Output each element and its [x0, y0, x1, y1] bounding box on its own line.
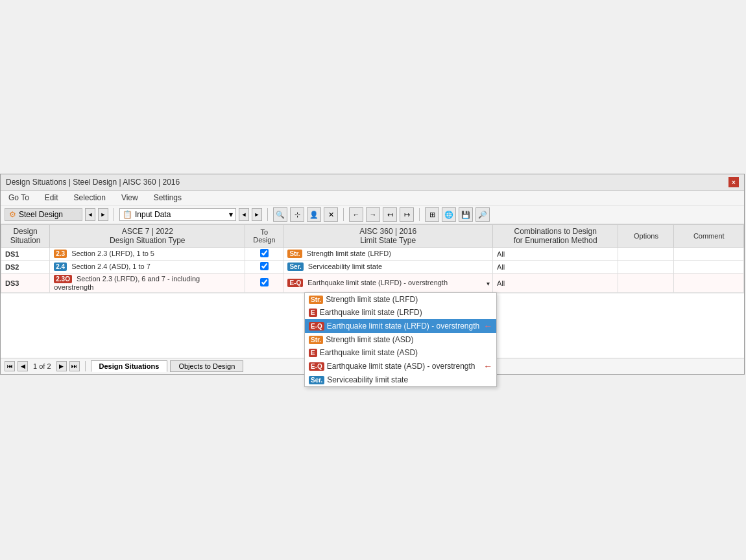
web-icon-btn[interactable]: 🌐	[442, 207, 456, 222]
ds2-label: DS2	[1, 261, 50, 274]
dd-text-1: Strength limit state (LRFD)	[326, 295, 418, 304]
dropdown-item[interactable]: E-Q Earthquake limit state (ASD) - overs…	[305, 359, 496, 373]
ds1-comment	[674, 248, 744, 261]
menu-bar: Go To Edit Selection View Settings	[1, 191, 744, 205]
col-options: Options	[618, 225, 674, 248]
grid-icon-btn[interactable]: ⊞	[425, 207, 439, 222]
first-page-btn[interactable]: ⏮	[5, 361, 15, 371]
mag-icon-btn[interactable]: 🔎	[475, 207, 490, 222]
col-combinations: Combinations to Design for Enumeration M…	[492, 225, 618, 248]
separator-3	[343, 208, 344, 221]
ds2-ls-badge: Ser.	[287, 262, 303, 271]
upper-area	[0, 0, 746, 174]
ds3-checkbox-cell[interactable]	[245, 274, 283, 293]
col-design-situation: Design Situation	[1, 225, 50, 248]
toolbar: ⚙ Steel Design ◄ ► 📋 Input Data ▾ ◄ ► 🔍 …	[1, 205, 744, 224]
ds2-badge: 2.4	[54, 262, 67, 271]
xmark-icon-btn[interactable]: ✕	[324, 207, 338, 222]
col-aisc-header: AISC 360 | 2016 Limit State Type	[283, 225, 493, 248]
ds1-checkbox-cell[interactable]	[245, 248, 283, 261]
ds1-ls-badge: Str.	[287, 250, 302, 258]
ds1-badge: 2.3	[54, 250, 67, 258]
module-nav-next[interactable]: ►	[98, 208, 108, 221]
ds2-limit-state: Ser. Serviceability limit state	[283, 261, 493, 274]
design-situations-table: Design Situation ASCE 7 | 2022 Design Si…	[1, 224, 744, 293]
module-nav-prev[interactable]: ◄	[85, 208, 95, 221]
module-selector[interactable]: ⚙ Steel Design	[5, 208, 82, 221]
ds1-type: 2.3 Section 2.3 (LRFD), 1 to 5	[50, 248, 245, 261]
menu-goto[interactable]: Go To	[6, 192, 32, 204]
menu-view[interactable]: View	[119, 192, 141, 204]
table-container: Design Situation ASCE 7 | 2022 Design Si…	[1, 224, 744, 358]
close-button[interactable]: ×	[728, 177, 739, 187]
ds1-checkbox[interactable]	[260, 249, 269, 257]
view-icon: 📋	[123, 210, 132, 219]
view-label: Input Data	[135, 210, 171, 219]
dropdown-item[interactable]: Ser. Serviceability limit state	[305, 373, 496, 386]
cursor-icon-btn[interactable]: ⊹	[290, 207, 304, 222]
dd-text-7: Serviceability limit state	[327, 375, 408, 384]
table-row: DS1 2.3 Section 2.3 (LRFD), 1 to 5 Str. …	[1, 248, 744, 261]
ds1-limit-state: Str. Strength limit state (LRFD)	[283, 248, 493, 261]
dd-badge-1: Str.	[309, 296, 323, 304]
arrow-left-icon-btn[interactable]: ←	[349, 207, 363, 222]
ds2-checkbox-cell[interactable]	[245, 261, 283, 274]
separator-2	[267, 208, 268, 221]
ds2-type: 2.4 Section 2.4 (ASD), 1 to 7	[50, 261, 245, 274]
ds2-checkbox[interactable]	[260, 262, 269, 270]
ds3-comment	[674, 274, 744, 293]
dd-text-2: Earthquake limit state (LRFD)	[320, 308, 422, 317]
person-icon-btn[interactable]: 👤	[307, 207, 321, 222]
ds3-ls-badge: E-Q	[287, 279, 303, 287]
col-to-design: ToDesign	[245, 225, 283, 248]
dd-text-3: Earthquake limit state (LRFD) - overstre…	[327, 321, 479, 331]
ds3-dropdown-arrow[interactable]: ▾	[487, 279, 490, 286]
col-comment: Comment	[674, 225, 744, 248]
search-icon-btn[interactable]: 🔍	[273, 207, 287, 222]
menu-settings[interactable]: Settings	[151, 192, 184, 204]
table-row: DS3 2.3O Section 2.3 (LRFD), 6 and 7 - i…	[1, 274, 744, 293]
dropdown-item[interactable]: E Earthquake limit state (LRFD)	[305, 306, 496, 319]
arrow-indicator-1: ←	[483, 321, 492, 331]
col-asce-header: ASCE 7 | 2022 Design Situation Type	[50, 225, 245, 248]
tab-separator	[85, 361, 86, 371]
tab-design-situations[interactable]: Design Situations	[91, 360, 168, 372]
dd-text-4: Strength limit state (ASD)	[326, 335, 413, 344]
menu-selection[interactable]: Selection	[71, 192, 108, 204]
dropdown-item[interactable]: E-Q Earthquake limit state (LRFD) - over…	[305, 319, 496, 333]
ds2-comment	[674, 261, 744, 274]
prev-page-btn[interactable]: ◀	[18, 361, 28, 371]
next-page-btn[interactable]: ▶	[56, 361, 67, 371]
last-page-btn[interactable]: ⏭	[69, 361, 80, 371]
dropdown-item[interactable]: Str. Strength limit state (ASD)	[305, 333, 496, 346]
save-icon-btn[interactable]: 💾	[459, 207, 473, 222]
dropdown-item[interactable]: E Earthquake limit state (ASD)	[305, 346, 496, 359]
module-icon: ⚙	[9, 210, 16, 219]
ds3-limit-state[interactable]: E-Q Earthquake limit state (LRFD) - over…	[283, 274, 493, 293]
view-nav-next[interactable]: ►	[252, 208, 262, 221]
dd-badge-5: E	[309, 349, 317, 357]
main-window: Design Situations | Steel Design | AISC …	[0, 174, 745, 375]
dd-text-6: Earthquake limit state (ASD) - overstren…	[327, 362, 475, 371]
view-dropdown[interactable]: 📋 Input Data ▾	[119, 208, 236, 221]
arrow-indicator-2: ←	[483, 361, 492, 371]
ds3-combinations: All	[492, 274, 618, 293]
arrow-right-icon-btn[interactable]: →	[366, 207, 380, 222]
ds1-label: DS1	[1, 248, 50, 261]
menu-edit[interactable]: Edit	[42, 192, 61, 204]
dd-badge-7: Ser.	[309, 376, 324, 384]
arrow-right2-icon-btn[interactable]: ↦	[400, 207, 414, 222]
ds3-type: 2.3O Section 2.3 (LRFD), 6 and 7 - inclu…	[50, 274, 245, 293]
title-bar: Design Situations | Steel Design | AISC …	[1, 174, 744, 191]
dropdown-item[interactable]: Str. Strength limit state (LRFD)	[305, 293, 496, 306]
dd-badge-4: Str.	[309, 336, 323, 344]
view-nav-prev[interactable]: ◄	[239, 208, 249, 221]
dd-badge-3: E-Q	[309, 322, 324, 331]
arrow-left2-icon-btn[interactable]: ↤	[383, 207, 397, 222]
ds3-checkbox[interactable]	[260, 278, 269, 286]
ds2-options	[618, 261, 674, 274]
limit-state-dropdown[interactable]: Str. Strength limit state (LRFD) E Earth…	[304, 292, 497, 387]
ds3-label: DS3	[1, 274, 50, 293]
dd-text-5: Earthquake limit state (ASD)	[320, 348, 418, 357]
tab-objects-to-design[interactable]: Objects to Design	[170, 360, 243, 372]
